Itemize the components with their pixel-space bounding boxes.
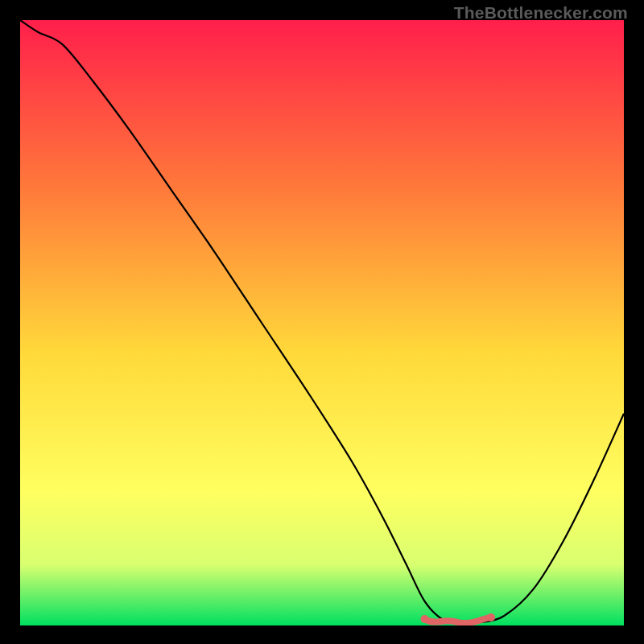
gradient-background: [20, 20, 624, 625]
chart-container: TheBottlenecker.com: [0, 0, 644, 644]
chart-svg: [20, 20, 624, 625]
plot-area: [20, 20, 624, 625]
highlight-endpoint-right: [487, 613, 495, 621]
highlight-endpoint-left: [421, 615, 429, 623]
